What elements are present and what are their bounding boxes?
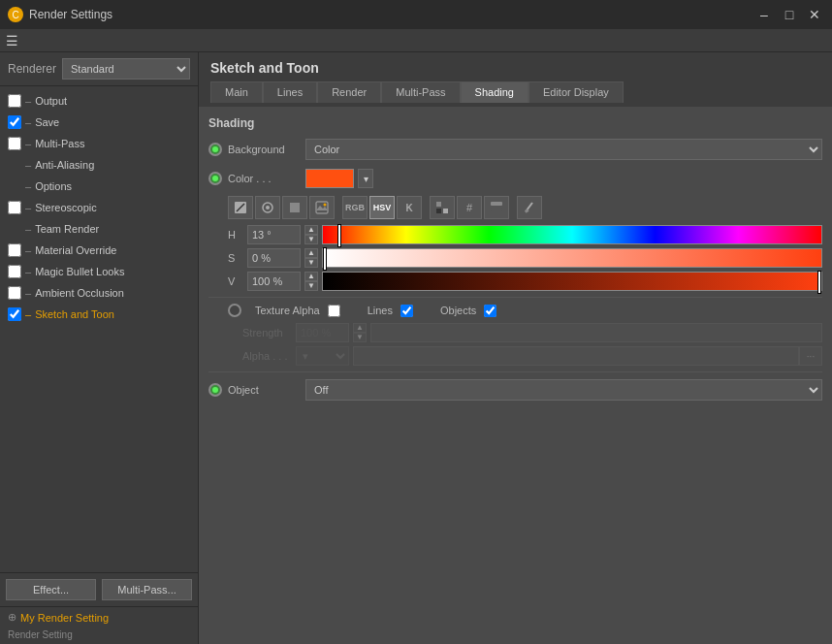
close-button[interactable]: ✕ — [805, 5, 824, 24]
objects-checkbox[interactable] — [484, 305, 496, 317]
tab-main[interactable]: Main — [210, 81, 263, 103]
sidebar-list: – Output – Save – Multi-Pass – Anti-Alia… — [0, 86, 198, 572]
separator-2 — [208, 371, 822, 372]
s-slider[interactable] — [322, 248, 822, 268]
background-radio[interactable] — [208, 143, 222, 156]
s-slider-container — [322, 248, 822, 268]
v-slider[interactable] — [322, 272, 822, 291]
tab-lines[interactable]: Lines — [263, 81, 317, 103]
texture-alpha-checkbox[interactable] — [328, 305, 340, 317]
object-select[interactable]: Off — [305, 379, 822, 401]
tab-editor-display[interactable]: Editor Display — [528, 81, 624, 103]
gray-button[interactable] — [282, 196, 307, 219]
lines-checkbox[interactable] — [400, 305, 413, 317]
h-slider-container — [322, 225, 822, 244]
object-radio[interactable] — [208, 383, 222, 397]
texture-alpha-row: Texture Alpha Lines Objects — [208, 304, 822, 317]
svg-rect-13 — [491, 208, 502, 211]
background-label: Background — [228, 144, 305, 155]
k-mode-button[interactable]: K — [397, 196, 422, 219]
hamburger-icon[interactable]: ☰ — [6, 33, 18, 48]
texture-alpha-radio[interactable] — [228, 304, 241, 317]
content-area: Sketch and Toon Main Lines Render Multi-… — [199, 52, 832, 644]
checkbox-material-override[interactable] — [8, 243, 21, 257]
v-decrement[interactable]: ▼ — [304, 281, 318, 291]
eyedropper-button[interactable] — [517, 196, 542, 219]
image-button[interactable] — [309, 196, 335, 219]
tab-render[interactable]: Render — [317, 81, 381, 103]
footer-sub-label: Render Setting — [0, 628, 198, 644]
hex-input-button[interactable]: # — [457, 196, 482, 219]
svg-rect-11 — [443, 209, 448, 213]
s-stepper: ▲ ▼ — [304, 248, 318, 268]
renderer-select[interactable]: Standard — [62, 58, 190, 80]
v-input[interactable]: 100 % — [247, 272, 301, 291]
checkbox-magic-bullet[interactable] — [8, 265, 21, 278]
object-row: Object Off — [208, 378, 822, 402]
s-increment[interactable]: ▲ — [304, 248, 318, 258]
shading-section-title: Shading — [208, 116, 822, 130]
sidebar-item-material-override[interactable]: – Material Override — [0, 240, 198, 261]
sidebar-item-save[interactable]: – Save — [0, 112, 198, 133]
effect-button[interactable]: Effect... — [6, 579, 96, 600]
color-row: Color . . . ▾ — [208, 167, 822, 190]
window-title: Render Settings — [29, 8, 112, 21]
color-dropdown-button[interactable]: ▾ — [358, 169, 373, 188]
color-radio[interactable] — [208, 172, 222, 185]
sidebar-item-team-render[interactable]: – Team Render — [0, 218, 198, 240]
h-decrement[interactable]: ▼ — [304, 235, 318, 244]
alpha-menu-button: ··· — [799, 346, 822, 366]
sidebar-item-magic-bullet[interactable]: – Magic Bullet Looks — [0, 261, 198, 282]
tab-multi-pass[interactable]: Multi-Pass — [381, 81, 460, 103]
svg-rect-10 — [436, 209, 441, 213]
s-label: S — [228, 252, 247, 264]
mixer-button[interactable] — [430, 196, 455, 219]
tab-shading[interactable]: Shading — [461, 81, 528, 103]
multi-pass-button[interactable]: Multi-Pass... — [102, 579, 192, 600]
v-increment[interactable]: ▲ — [304, 272, 318, 281]
alpha-row: Alpha . . . ▾ ··· — [208, 346, 822, 366]
content-body: Shading Background Color Color . . . ▾ — [199, 107, 832, 644]
sidebar-item-multi-pass[interactable]: – Multi-Pass — [0, 133, 198, 154]
s-row: S 0 % ▲ ▼ — [208, 248, 822, 268]
strength-decrement: ▼ — [353, 333, 367, 342]
minimize-button[interactable]: – — [754, 5, 774, 24]
sidebar-item-options[interactable]: – Options — [0, 176, 198, 197]
title-bar-left: C Render Settings — [8, 7, 112, 22]
checkbox-save[interactable] — [8, 115, 21, 129]
sidebar-item-sketch-and-toon[interactable]: – Sketch and Toon — [0, 304, 198, 325]
svg-rect-9 — [443, 202, 448, 207]
render-setting-name[interactable]: My Render Setting — [20, 612, 109, 624]
hsv-mode-button[interactable]: HSV — [369, 196, 395, 219]
h-slider[interactable] — [322, 225, 822, 244]
reset-color-button[interactable] — [228, 196, 253, 219]
background-select[interactable]: Color — [305, 139, 822, 160]
checkbox-ambient-occlusion[interactable] — [8, 286, 21, 300]
s-decrement[interactable]: ▼ — [304, 258, 318, 268]
sidebar-item-output[interactable]: – Output — [0, 90, 198, 112]
s-input[interactable]: 0 % — [247, 248, 301, 268]
radial-button[interactable] — [255, 196, 280, 219]
checkbox-multi-pass[interactable] — [8, 137, 21, 150]
h-increment[interactable]: ▲ — [304, 225, 318, 235]
color-swatch[interactable] — [305, 169, 354, 188]
v-label: V — [228, 275, 247, 287]
texture-alpha-label: Texture Alpha — [255, 305, 320, 316]
sidebar-item-anti-aliasing[interactable]: – Anti-Aliasing — [0, 154, 198, 176]
strength-input: 100 % — [296, 323, 349, 342]
sidebar-item-stereoscopic[interactable]: – Stereoscopic — [0, 197, 198, 218]
strength-increment: ▲ — [353, 323, 367, 333]
checkbox-sketch-and-toon[interactable] — [8, 307, 21, 321]
checkbox-output[interactable] — [8, 94, 21, 108]
checkbox-stereoscopic[interactable] — [8, 201, 21, 214]
palette-button[interactable] — [484, 196, 509, 219]
maximize-button[interactable]: □ — [780, 5, 799, 24]
sidebar-item-ambient-occlusion[interactable]: – Ambient Occlusion — [0, 282, 198, 304]
h-input[interactable]: 13 ° — [247, 225, 301, 244]
content-header: Sketch and Toon Main Lines Render Multi-… — [199, 52, 832, 107]
color-label: Color . . . — [228, 173, 305, 184]
rgb-mode-button[interactable]: RGB — [342, 196, 368, 219]
window-controls: – □ ✕ — [754, 5, 824, 24]
sidebar-label-stereoscopic: Stereoscopic — [35, 202, 97, 213]
content-title: Sketch and Toon — [210, 60, 820, 76]
